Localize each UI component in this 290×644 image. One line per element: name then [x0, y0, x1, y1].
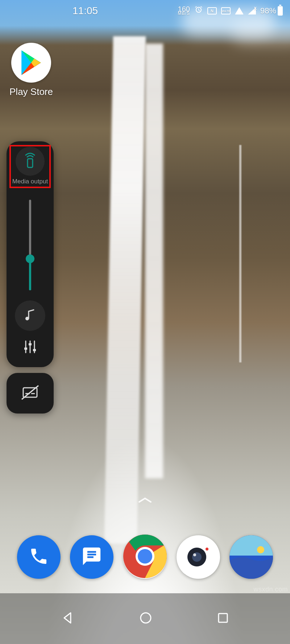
- volte-icon: VoLTE: [221, 7, 231, 14]
- caption-off-icon: [21, 385, 39, 402]
- cellular-signal-icon: x: [248, 7, 256, 14]
- messages-icon: [81, 546, 102, 568]
- app-label: Play Store: [8, 86, 54, 97]
- dock-gallery[interactable]: [229, 535, 273, 579]
- media-output-button[interactable]: [16, 147, 45, 176]
- app-drawer-handle[interactable]: [137, 495, 153, 506]
- media-output-label: Media output: [12, 178, 48, 185]
- status-time: 11:05: [72, 5, 98, 17]
- wallpaper-waterfall: [239, 145, 241, 362]
- ring-mode-button[interactable]: [15, 300, 45, 331]
- network-speed-indicator: 160 MB/S: [178, 6, 190, 16]
- volume-panel: Media output: [7, 141, 54, 367]
- battery-text: 98%: [260, 6, 276, 16]
- nav-back-button[interactable]: [61, 611, 75, 627]
- svg-point-1: [25, 317, 29, 320]
- net-speed-unit: MB/S: [178, 12, 190, 16]
- dock-phone[interactable]: [17, 535, 61, 579]
- gallery-icon: [229, 535, 273, 579]
- battery-icon: [278, 6, 283, 16]
- navigation-bar: [0, 593, 290, 644]
- equalizer-icon: [22, 339, 38, 356]
- sound-settings-button[interactable]: [15, 337, 45, 358]
- volume-slider[interactable]: [29, 200, 31, 290]
- chrome-icon: [123, 535, 167, 579]
- nav-home-button[interactable]: [138, 611, 153, 627]
- svg-rect-6: [29, 343, 32, 345]
- svg-point-20: [257, 546, 264, 553]
- svg-point-21: [141, 613, 151, 623]
- camera-icon: [184, 542, 213, 572]
- nfc-icon: N: [207, 7, 217, 14]
- status-bar[interactable]: 11:05 160 MB/S N VoLTE x 98%: [0, 0, 290, 22]
- svg-point-18: [206, 548, 208, 550]
- dock-chrome[interactable]: [123, 535, 167, 579]
- wifi-icon: [235, 7, 244, 14]
- nav-recent-button[interactable]: [216, 611, 229, 626]
- svg-rect-5: [24, 348, 27, 350]
- svg-point-16: [192, 552, 202, 562]
- watermark: wsxdn.com: [253, 586, 288, 593]
- dock: [0, 535, 290, 579]
- play-store-icon: [11, 43, 51, 83]
- svg-rect-7: [33, 349, 36, 351]
- svg-point-17: [193, 553, 196, 556]
- svg-rect-22: [219, 614, 227, 622]
- battery-indicator: 98%: [260, 6, 283, 16]
- live-caption-toggle[interactable]: [7, 373, 54, 414]
- volume-slider-fill: [29, 259, 31, 291]
- wallpaper-waterfall: [145, 43, 163, 478]
- dock-camera[interactable]: [177, 535, 220, 579]
- svg-rect-0: [28, 159, 33, 167]
- dock-messages[interactable]: [70, 535, 113, 579]
- annotation-highlight: Media output: [9, 145, 51, 188]
- svg-point-14: [138, 549, 152, 564]
- music-note-icon: [23, 308, 37, 324]
- phone-cast-icon: [23, 152, 37, 170]
- volume-slider-thumb[interactable]: [26, 254, 34, 263]
- signal-x: x: [254, 5, 257, 11]
- app-play-store[interactable]: Play Store: [8, 43, 54, 97]
- phone-icon: [29, 546, 49, 568]
- svg-rect-19: [229, 535, 273, 556]
- alarm-icon: [194, 5, 203, 16]
- wallpaper-cloud: [232, 22, 290, 43]
